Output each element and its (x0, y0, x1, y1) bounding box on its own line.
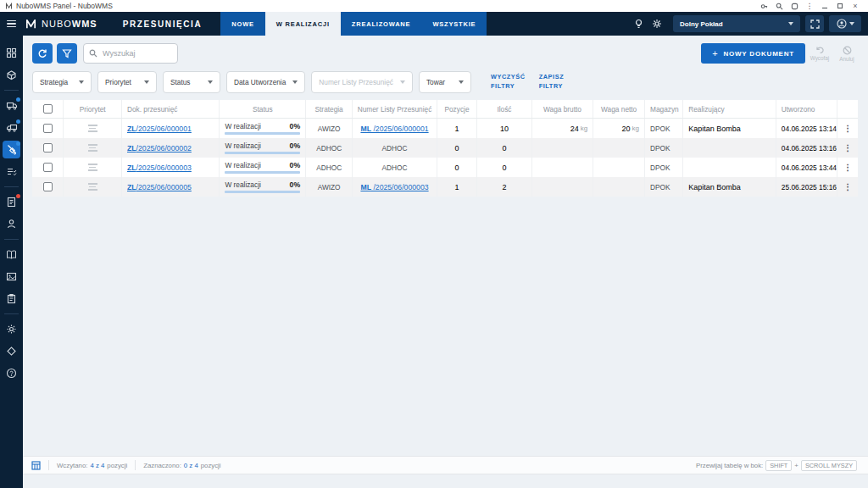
clear-filters-link[interactable]: WYCZYŚĆ FILTRY (491, 73, 526, 92)
sidebar-item-packages[interactable] (3, 66, 20, 84)
row-menu-icon[interactable]: ⋮ (843, 164, 852, 172)
tab-zrealizowane[interactable]: Zrealizowane (341, 12, 422, 36)
positions-value: 0 (437, 138, 477, 158)
chevron-down-icon (459, 80, 464, 84)
doc-link[interactable]: ZL/2025/06/000001 (127, 125, 192, 133)
fullscreen-button[interactable] (805, 15, 824, 32)
scroll-key-hint: SCROLL MYSZY (801, 460, 857, 471)
col-dok-przesuniec[interactable]: Dok. przesunięć (122, 100, 220, 118)
filter-label: Status (170, 78, 191, 86)
row-checkbox[interactable] (43, 143, 53, 152)
table-settings-icon[interactable] (31, 461, 41, 470)
table-row[interactable]: ZL/2025/06/000001 W realizacji0% AWIZO M… (32, 119, 858, 138)
sidebar-item-dashboard[interactable] (3, 44, 20, 62)
status-label: W realizacji (225, 161, 260, 169)
strategy-value: ADHOC (316, 164, 342, 172)
new-document-label: NOWY DOKUMENT (723, 50, 794, 58)
table-row[interactable]: ZL/2025/06/000003 W realizacji0% ADHOC A… (32, 158, 858, 177)
list-link[interactable]: ML /2025/06/000003 (360, 183, 428, 191)
positions-value: 1 (437, 119, 477, 138)
list-prefix: ML (360, 183, 371, 191)
col-waga-netto[interactable]: Waga netto (593, 100, 645, 118)
col-ilosc[interactable]: Ilość (477, 100, 532, 118)
col-utworzono[interactable]: Utworzono (776, 100, 838, 118)
clipboard-icon (6, 293, 17, 304)
browser-menu-icon[interactable]: ⋮ (802, 1, 817, 11)
row-menu-icon[interactable]: ⋮ (843, 144, 852, 152)
sidebar-item-workers[interactable] (3, 215, 20, 233)
filter-status[interactable]: Status (163, 71, 220, 93)
row-checkbox[interactable] (43, 163, 53, 172)
row-menu-icon[interactable]: ⋮ (843, 183, 852, 191)
doc-prefix: ZL (127, 125, 136, 133)
selected-value: 0 z 4 (184, 462, 198, 469)
list-link[interactable]: ML /2025/06/000001 (360, 125, 428, 133)
shift-key-hint: SHIFT (765, 460, 792, 471)
warehouse-selector[interactable]: Dolny Pokład (673, 15, 800, 32)
progress-percent: 0% (290, 161, 301, 169)
theme-bulb-icon[interactable] (629, 12, 648, 36)
table-row[interactable]: ZL/2025/06/000005 W realizacji0% AWIZO M… (32, 177, 858, 197)
maximize-icon[interactable] (832, 1, 848, 11)
doc-link[interactable]: ZL/2025/06/000003 (127, 164, 192, 172)
col-magazyn[interactable]: Magazyn (645, 100, 683, 118)
refresh-button[interactable] (32, 43, 53, 64)
new-document-button[interactable]: + NOWY DOKUMENT (701, 43, 805, 64)
filter-towar[interactable]: Towar (419, 71, 471, 93)
row-menu-icon[interactable]: ⋮ (843, 125, 852, 133)
list-prefix: ML (360, 125, 371, 133)
sidebar-item-documents[interactable] (3, 193, 20, 211)
doc-link[interactable]: ZL/2025/06/000002 (127, 144, 192, 152)
col-strategia[interactable]: Strategia (306, 100, 353, 118)
progress-percent: 0% (290, 141, 301, 150)
row-checkbox[interactable] (43, 124, 53, 133)
tab-bar: Nowe W realizacji Zrealizowane Wszystkie (220, 12, 487, 36)
sidebar-item-settings[interactable] (3, 320, 20, 338)
minimize-icon[interactable] (817, 1, 832, 11)
sidebar-item-receiving[interactable] (3, 97, 20, 114)
sidebar-item-transfers[interactable] (3, 141, 20, 158)
col-numer-listy[interactable]: Numer Listy Przesunięć (353, 100, 437, 118)
col-priorytet[interactable]: Priorytet (64, 100, 122, 118)
main-content: + NOWY DOKUMENT Wycofaj Anuluj Strategia… (23, 36, 868, 488)
select-all-checkbox[interactable] (43, 104, 53, 114)
hand-truck-icon (6, 144, 17, 155)
row-checkbox[interactable] (43, 182, 53, 191)
account-menu-button[interactable] (829, 15, 861, 32)
divider (135, 460, 136, 470)
zoom-icon[interactable] (771, 1, 787, 11)
sidebar-item-notes[interactable] (3, 290, 20, 308)
sidebar-item-tasks[interactable] (3, 163, 20, 180)
sidebar-item-help[interactable] (3, 364, 20, 382)
sidebar-item-catalog[interactable] (3, 246, 20, 263)
extensions-icon[interactable] (787, 1, 802, 11)
cancel-button[interactable]: Anuluj (834, 46, 860, 62)
page-title: PRZESUNIĘCIA (123, 12, 203, 36)
divider (48, 460, 49, 470)
plus-icon: + (712, 49, 718, 58)
filter-priorytet[interactable]: Priorytet (97, 71, 157, 93)
tab-wszystkie[interactable]: Wszystkie (421, 12, 487, 36)
cancel-label: Anuluj (839, 56, 854, 62)
col-pozycje[interactable]: Pozycje (437, 100, 477, 118)
col-waga-brutto[interactable]: Waga brutto (532, 100, 594, 118)
undo-button[interactable]: Wycofaj (807, 46, 832, 61)
key-icon[interactable] (756, 1, 771, 11)
save-filters-link[interactable]: ZAPISZ FILTRY (539, 73, 565, 92)
close-icon[interactable]: × (848, 1, 863, 11)
sidebar-item-shipping[interactable] (3, 119, 20, 136)
tab-w-realizacji[interactable]: W realizacji (265, 12, 341, 36)
sidebar-item-products[interactable] (3, 342, 20, 360)
scroll-hint-label: Przewijaj tabelę w bok: (696, 462, 763, 469)
col-realizujacy[interactable]: Realizujący (683, 100, 776, 118)
hamburger-menu-button[interactable] (0, 12, 23, 36)
filter-toggle-button[interactable] (57, 43, 77, 64)
table-row[interactable]: ZL/2025/06/000002 W realizacji0% ADHOC A… (32, 138, 858, 158)
doc-link[interactable]: ZL/2025/06/000005 (127, 183, 192, 191)
filter-data-utworzenia[interactable]: Data Utworzenia (226, 71, 305, 93)
tab-nowe[interactable]: Nowe (220, 12, 265, 36)
filter-strategia[interactable]: Strategia (32, 71, 92, 93)
sidebar-item-media[interactable] (3, 268, 20, 286)
col-status[interactable]: Status (220, 100, 306, 118)
settings-gear-icon[interactable] (648, 12, 666, 36)
